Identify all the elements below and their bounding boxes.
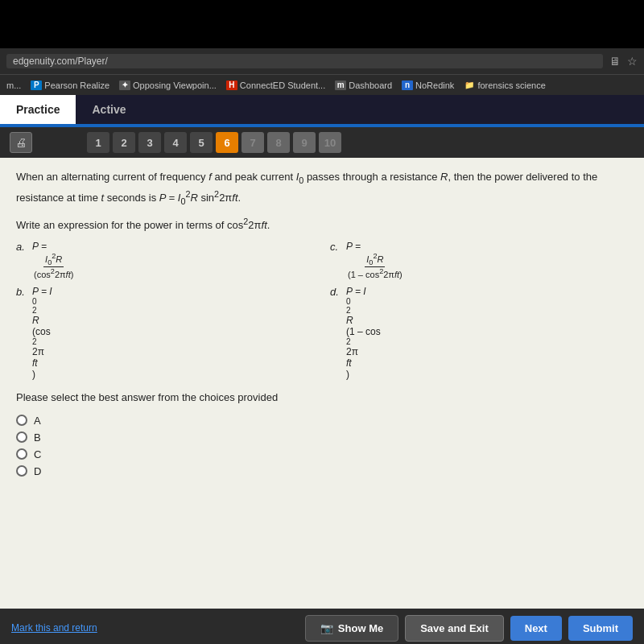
toolbar-buttons: Show Me Save and Exit Next Submit <box>305 615 633 642</box>
dashboard-icon: m <box>335 80 346 90</box>
submit-button[interactable]: Submit <box>568 616 633 641</box>
bookmark-pearson[interactable]: P Pearson Realize <box>31 80 109 90</box>
bookmark-connected-label: ConnectED Student... <box>240 80 325 90</box>
question-header: 🖨 1 2 3 4 5 6 7 8 9 10 <box>0 127 644 158</box>
star-icon[interactable]: ☆ <box>627 55 638 68</box>
question-num-5[interactable]: 5 <box>190 132 213 153</box>
question-num-4[interactable]: 4 <box>164 132 187 153</box>
bookmark-dashboard-label: Dashboard <box>349 80 392 90</box>
question-num-7: 7 <box>242 132 264 153</box>
bookmark-pearson-label: Pearson Realize <box>44 80 109 90</box>
radio-option-c[interactable]: C <box>16 448 628 460</box>
please-select-text: Please select the best answer from the c… <box>16 391 628 403</box>
question-task: Write an expression for the power in ter… <box>16 217 628 231</box>
browser-chrome: edgenuity.com/Player/ 🖥 ☆ <box>0 48 644 74</box>
choice-a-denominator: (cos22πft) <box>32 267 75 279</box>
show-me-label: Show Me <box>338 622 383 634</box>
monitor-icon: 🖥 <box>609 55 621 68</box>
question-num-3[interactable]: 3 <box>138 132 161 153</box>
question-num-2[interactable]: 2 <box>113 132 135 153</box>
bookmark-m[interactable]: m... <box>6 80 21 90</box>
choice-b-formula: P = I02R(cos22πft) <box>32 286 52 380</box>
next-label: Next <box>525 622 547 634</box>
show-me-button[interactable]: Show Me <box>305 615 398 642</box>
question-num-1[interactable]: 1 <box>87 132 109 153</box>
radio-label-d: D <box>34 465 41 477</box>
pearson-icon: P <box>31 80 42 90</box>
radio-circle-d <box>16 465 27 477</box>
bookmark-noredink[interactable]: n NoRedink <box>402 80 454 90</box>
choice-a-formula: P = I02R (cos22πft) <box>32 241 75 279</box>
choice-a-label: a. <box>16 241 27 253</box>
bookmark-opposing[interactable]: ✦ Opposing Viewpoin... <box>119 80 217 90</box>
bookmark-dashboard[interactable]: m Dashboard <box>335 80 392 90</box>
submit-label: Submit <box>583 622 618 634</box>
answer-choices: a. P = I02R (cos22πft) c. P = I02R (1 – … <box>16 241 628 380</box>
bookmark-m-label: m... <box>6 80 21 90</box>
choice-c: c. P = I02R (1 – cos22πft) <box>330 241 628 279</box>
bookmarks-bar: m... P Pearson Realize ✦ Opposing Viewpo… <box>0 74 644 95</box>
tab-practice[interactable]: Practice <box>0 95 76 124</box>
choice-d-label: d. <box>330 286 341 298</box>
question-num-10: 10 <box>319 132 341 153</box>
choice-c-denominator: (1 – cos22πft) <box>346 267 404 279</box>
radio-option-d[interactable]: D <box>16 465 628 477</box>
choice-c-numerator: I02R <box>365 252 385 267</box>
question-num-6[interactable]: 6 <box>216 132 238 153</box>
radio-label-a: A <box>34 415 41 427</box>
save-exit-label: Save and Exit <box>420 622 489 634</box>
question-intro: When an alternating current of frequency… <box>16 169 628 208</box>
choice-c-formula: P = I02R (1 – cos22πft) <box>346 241 404 279</box>
forensics-icon: 📁 <box>464 80 475 90</box>
bookmark-forensics-label: forensics science <box>477 80 545 90</box>
print-button[interactable]: 🖨 <box>10 132 32 153</box>
radio-circle-b <box>16 431 27 443</box>
choice-d: d. P = I02R(1 – cos22πft) <box>330 286 628 380</box>
bookmark-opposing-label: Opposing Viewpoin... <box>133 80 217 90</box>
radio-label-b: B <box>34 431 41 444</box>
choice-b-label: b. <box>16 286 27 298</box>
next-button[interactable]: Next <box>510 616 562 641</box>
radio-option-a[interactable]: A <box>16 415 628 427</box>
radio-circle-a <box>16 415 27 426</box>
bookmark-noredink-label: NoRedink <box>415 80 454 90</box>
choice-b: b. P = I02R(cos22πft) <box>16 286 314 380</box>
radio-options: A B C D <box>16 415 628 477</box>
question-numbers: 1 2 3 4 5 6 7 8 9 10 <box>87 132 341 153</box>
radio-option-b[interactable]: B <box>16 431 628 444</box>
mark-return-link[interactable]: Mark this and return <box>11 622 97 634</box>
bottom-toolbar: Mark this and return Show Me Save and Ex… <box>0 609 644 644</box>
radio-circle-c <box>16 448 27 460</box>
save-exit-button[interactable]: Save and Exit <box>405 615 504 642</box>
opposing-icon: ✦ <box>119 80 130 90</box>
connected-icon: H <box>226 80 237 90</box>
address-bar[interactable]: edgenuity.com/Player/ <box>6 54 603 68</box>
choice-a-numerator: I02R <box>43 252 64 267</box>
camera-icon <box>320 622 333 634</box>
choice-a: a. P = I02R (cos22πft) <box>16 241 314 279</box>
tab-active[interactable]: Active <box>76 95 142 124</box>
noredink-icon: n <box>402 80 413 90</box>
bookmark-connected[interactable]: H ConnectED Student... <box>226 80 325 90</box>
bookmark-forensics[interactable]: 📁 forensics science <box>464 80 545 90</box>
choice-c-fraction: I02R (1 – cos22πft) <box>346 252 404 279</box>
app-header: Practice Active <box>0 95 644 124</box>
question-num-9: 9 <box>293 132 316 153</box>
content-area: When an alternating current of frequency… <box>0 158 644 609</box>
radio-label-c: C <box>34 448 41 460</box>
choice-a-fraction: I02R (cos22πft) <box>32 252 75 279</box>
choice-d-formula: P = I02R(1 – cos22πft) <box>346 286 381 380</box>
choice-c-label: c. <box>330 241 341 253</box>
question-num-8: 8 <box>267 132 290 153</box>
